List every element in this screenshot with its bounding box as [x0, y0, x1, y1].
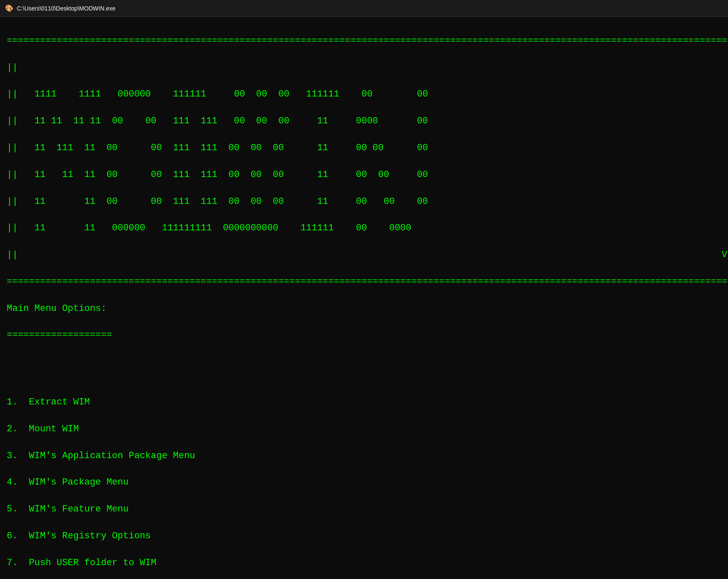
console-body: ========================================…	[0, 17, 728, 579]
separator-middle: ========================================…	[7, 275, 721, 289]
ascii-line-6: || 11 11 000000 111111111 0000000000 111…	[7, 222, 721, 235]
title-bar: 🎨 C:\Users\0110\Desktop\MODWIN.exe	[0, 0, 728, 17]
menu-item-7[interactable]: 7. Push USER folder to WIM	[7, 556, 721, 570]
menu-item-5[interactable]: 5. WIM's Feature Menu	[7, 503, 721, 516]
ascii-line-1: || 1111 1111 000000 111111 00 00 00 1111…	[7, 88, 721, 101]
menu-spacer	[7, 369, 721, 382]
menu-item-3[interactable]: 3. WIM's Application Package Menu	[7, 449, 721, 463]
app-icon: 🎨	[5, 4, 13, 13]
menu-item-2[interactable]: 2. Mount WIM	[7, 423, 721, 436]
ascii-line-3: || 11 111 11 00 00 111 111 00 00 00 11 0…	[7, 141, 721, 155]
ascii-line-5: || 11 11 00 00 111 111 00 00 00 11 00 00…	[7, 195, 721, 209]
menu-item-1[interactable]: 1. Extract WIM	[7, 396, 721, 409]
ascii-line-2: || 11 11 11 11 00 00 111 111 00 00 00 11…	[7, 115, 721, 128]
menu-item-4[interactable]: 4. WIM's Package Menu	[7, 476, 721, 489]
menu-underline: ===================	[7, 329, 721, 342]
menu-item-6[interactable]: 6. WIM's Registry Options	[7, 529, 721, 543]
menu-title: Main Menu Options:	[7, 302, 721, 316]
title-bar-text: C:\Users\0110\Desktop\MODWIN.exe	[17, 5, 115, 12]
ascii-line-4: || 11 11 11 00 00 111 111 00 00 00 11 00…	[7, 168, 721, 182]
separator-top: ========================================…	[7, 34, 721, 48]
ascii-line-7: || V6 ||	[7, 248, 721, 262]
ascii-line-0: || ||	[7, 61, 721, 75]
